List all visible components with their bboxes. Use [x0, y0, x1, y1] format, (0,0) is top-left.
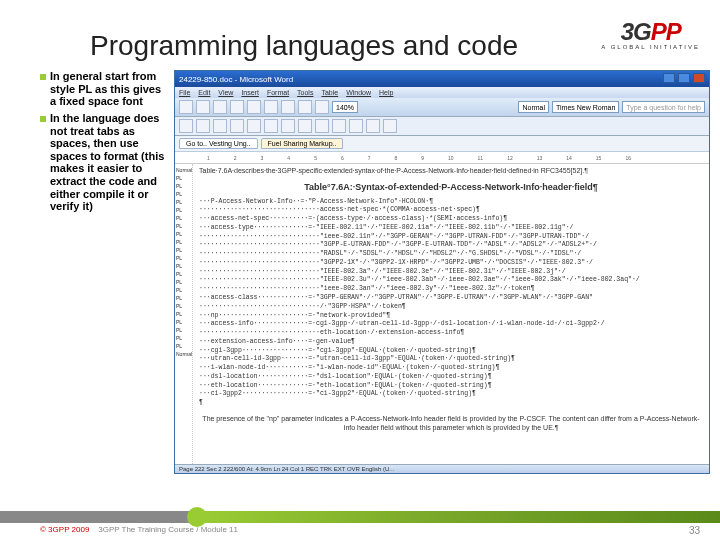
bullet-item: In the language does not treat tabs as s…	[40, 112, 168, 213]
tab-goto[interactable]: Go to.. Vesting Ung..	[179, 138, 258, 149]
style-field[interactable]: Normal	[518, 101, 549, 113]
window-controls	[662, 73, 705, 85]
redo-icon[interactable]	[315, 100, 329, 114]
menu-item[interactable]: Edit	[198, 89, 210, 96]
word-toolbar-standard[interactable]: 140% Normal Times New Roman Type a quest…	[175, 98, 709, 117]
indent-icon[interactable]	[315, 119, 329, 133]
minimize-icon[interactable]	[663, 73, 675, 83]
doc-table-heading: Table°7.6A:·Syntax-of-extended·P-Access-…	[199, 181, 703, 193]
highlight-icon[interactable]	[366, 119, 380, 133]
menu-item[interactable]: Window	[346, 89, 371, 96]
outdent-icon[interactable]	[332, 119, 346, 133]
word-doc-title: 24229-850.doc - Microsoft Word	[179, 75, 293, 84]
align-right-icon[interactable]	[264, 119, 278, 133]
word-ruler[interactable]: 12345678910111213141516	[175, 152, 709, 164]
bold-icon[interactable]	[179, 119, 193, 133]
numbering-icon[interactable]	[298, 119, 312, 133]
logo-text: 3GPP	[601, 18, 700, 46]
menu-item[interactable]: Table	[321, 89, 338, 96]
border-icon[interactable]	[349, 119, 363, 133]
font-field[interactable]: Times New Roman	[552, 101, 619, 113]
tab-markup[interactable]: Fuel Sharing Markup..	[261, 138, 344, 149]
doc-footnote: The presence of the "np" parameter indic…	[199, 414, 703, 433]
footer-band	[0, 511, 720, 523]
font-color-icon[interactable]	[383, 119, 397, 133]
align-left-icon[interactable]	[230, 119, 244, 133]
slide-footer: © 3GPP 2009 3GPP The Training Course / M…	[0, 511, 720, 534]
new-icon[interactable]	[179, 100, 193, 114]
document-area[interactable]: Table·7.6A·describes·the·3GPP-specific·e…	[193, 164, 709, 464]
align-center-icon[interactable]	[247, 119, 261, 133]
word-window: 24229-850.doc - Microsoft Word FileEditV…	[174, 70, 710, 474]
underline-icon[interactable]	[213, 119, 227, 133]
word-toolbar-format[interactable]	[175, 117, 709, 136]
zoom-field[interactable]: 140%	[332, 101, 358, 113]
style-gutter: Normal PL PL PL PL PL PL PL PL PL PL PL …	[175, 164, 193, 464]
word-tabs-bar[interactable]: Go to.. Vesting Ung.. Fuel Sharing Marku…	[175, 136, 709, 152]
brand-logo: 3GPP A GLOBAL INITIATIVE	[601, 18, 700, 50]
word-titlebar: 24229-850.doc - Microsoft Word	[175, 71, 709, 87]
paste-icon[interactable]	[281, 100, 295, 114]
bullet-list: In general start from style PL as this g…	[40, 70, 168, 474]
logo-tagline: A GLOBAL INITIATIVE	[601, 44, 700, 50]
menu-item[interactable]: Tools	[297, 89, 313, 96]
word-menubar[interactable]: FileEditViewInsertFormatToolsTableWindow…	[175, 87, 709, 98]
open-icon[interactable]	[196, 100, 210, 114]
doc-code-block: ···P-Access-Network-Info··=·"P-Access-Ne…	[199, 198, 703, 408]
maximize-icon[interactable]	[678, 73, 690, 83]
copyright: © 3GPP 2009	[40, 525, 89, 534]
close-icon[interactable]	[693, 73, 705, 83]
copy-icon[interactable]	[264, 100, 278, 114]
bullets-icon[interactable]	[281, 119, 295, 133]
save-icon[interactable]	[213, 100, 227, 114]
menu-item[interactable]: Insert	[241, 89, 259, 96]
print-icon[interactable]	[230, 100, 244, 114]
menu-item[interactable]: File	[179, 89, 190, 96]
bullet-item: In general start from style PL as this g…	[40, 70, 168, 108]
help-field[interactable]: Type a question for help	[622, 101, 705, 113]
menu-item[interactable]: View	[218, 89, 233, 96]
page-number: 33	[689, 525, 700, 536]
undo-icon[interactable]	[298, 100, 312, 114]
doc-intro: Table·7.6A·describes·the·3GPP-specific·e…	[199, 166, 703, 175]
word-statusbar: Page 222 Sec 2 222/600 At: 4.9cm Ln 24 C…	[175, 464, 709, 473]
menu-item[interactable]: Help	[379, 89, 393, 96]
course-label: 3GPP The Training Course / Module 11	[98, 525, 238, 534]
menu-item[interactable]: Format	[267, 89, 289, 96]
cut-icon[interactable]	[247, 100, 261, 114]
italic-icon[interactable]	[196, 119, 210, 133]
